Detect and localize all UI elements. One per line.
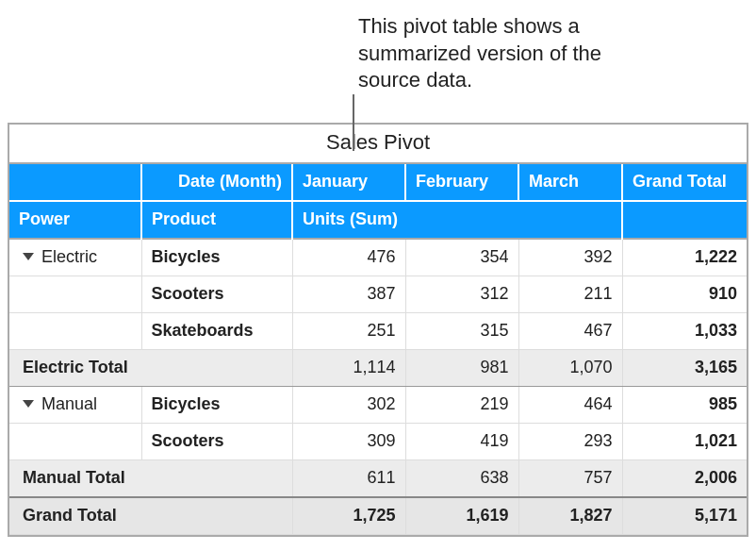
table-row: Electric Bicycles 476 354 392 1,222 — [9, 239, 747, 276]
blank-header — [9, 164, 141, 201]
value-cell: 251 — [292, 312, 405, 349]
row-total-cell: 1,222 — [622, 239, 747, 276]
empty-cell — [9, 276, 141, 312]
measure-header[interactable]: Units (Sum) — [292, 201, 622, 239]
value-cell: 354 — [405, 239, 518, 276]
subtotal-cell: 981 — [405, 349, 518, 386]
month-header-january[interactable]: January — [292, 164, 405, 201]
empty-cell — [9, 423, 141, 459]
value-cell: 419 — [405, 423, 518, 459]
grand-total-cell: 1,725 — [292, 497, 405, 535]
product-cell[interactable]: Bicycles — [141, 239, 292, 276]
value-cell: 312 — [405, 276, 518, 312]
subtotal-label: Electric Total — [9, 349, 292, 386]
product-cell[interactable]: Scooters — [141, 276, 292, 312]
chevron-down-icon — [23, 253, 34, 260]
pivot-table-title: Sales Pivot — [9, 125, 747, 164]
value-cell: 293 — [518, 423, 622, 459]
grand-total-cell: 1,827 — [518, 497, 622, 535]
value-cell: 464 — [518, 386, 622, 423]
subtotal-cell: 611 — [292, 459, 405, 497]
pivot-table: Sales Pivot Date (Month) January Februar… — [8, 123, 748, 537]
grand-total-label: Grand Total — [9, 497, 292, 535]
callout-text: This pivot table shows a summarized vers… — [358, 0, 641, 94]
table-row: Manual Bicycles 302 219 464 985 — [9, 386, 747, 423]
subtotal-row-manual: Manual Total 611 638 757 2,006 — [9, 459, 747, 497]
row-total-cell: 1,021 — [622, 423, 747, 459]
product-cell[interactable]: Bicycles — [141, 386, 292, 423]
grand-total-header[interactable]: Grand Total — [622, 164, 747, 201]
value-cell: 219 — [405, 386, 518, 423]
column-header-row: Date (Month) January February March Gran… — [9, 164, 747, 201]
subtotal-cell: 757 — [518, 459, 622, 497]
chevron-down-icon — [23, 400, 34, 408]
subtotal-cell: 638 — [405, 459, 518, 497]
subtotal-row-electric: Electric Total 1,114 981 1,070 3,165 — [9, 349, 747, 386]
subtotal-total-cell: 2,006 — [622, 459, 747, 497]
grand-total-row: Grand Total 1,725 1,619 1,827 5,171 — [9, 497, 747, 535]
value-cell: 392 — [518, 239, 622, 276]
product-header[interactable]: Product — [141, 201, 292, 239]
table-row: Scooters 387 312 211 910 — [9, 276, 747, 312]
group-toggle-manual[interactable]: Manual — [9, 386, 141, 423]
value-cell: 315 — [405, 312, 518, 349]
value-cell: 302 — [292, 386, 405, 423]
row-total-cell: 985 — [622, 386, 747, 423]
value-cell: 309 — [292, 423, 405, 459]
row-total-cell: 910 — [622, 276, 747, 312]
row-total-cell: 1,033 — [622, 312, 747, 349]
callout-leader-line — [353, 94, 354, 151]
subtotal-cell: 1,114 — [292, 349, 405, 386]
table-row: Skateboards 251 315 467 1,033 — [9, 312, 747, 349]
empty-cell — [9, 312, 141, 349]
value-cell: 387 — [292, 276, 405, 312]
power-header[interactable]: Power — [9, 201, 141, 239]
month-header-february[interactable]: February — [405, 164, 518, 201]
grand-total-total-cell: 5,171 — [622, 497, 747, 535]
grand-total-cell: 1,619 — [405, 497, 518, 535]
subtotal-label: Manual Total — [9, 459, 292, 497]
subtotal-total-cell: 3,165 — [622, 349, 747, 386]
value-cell: 467 — [518, 312, 622, 349]
group-toggle-electric[interactable]: Electric — [9, 239, 141, 276]
subtotal-cell: 1,070 — [518, 349, 622, 386]
date-field-header[interactable]: Date (Month) — [141, 164, 292, 201]
product-cell[interactable]: Skateboards — [141, 312, 292, 349]
blank-header-2 — [622, 201, 747, 239]
month-header-march[interactable]: March — [518, 164, 622, 201]
value-cell: 211 — [518, 276, 622, 312]
product-cell[interactable]: Scooters — [141, 423, 292, 459]
value-cell: 476 — [292, 239, 405, 276]
row-header-row: Power Product Units (Sum) — [9, 201, 747, 239]
table-row: Scooters 309 419 293 1,021 — [9, 423, 747, 459]
